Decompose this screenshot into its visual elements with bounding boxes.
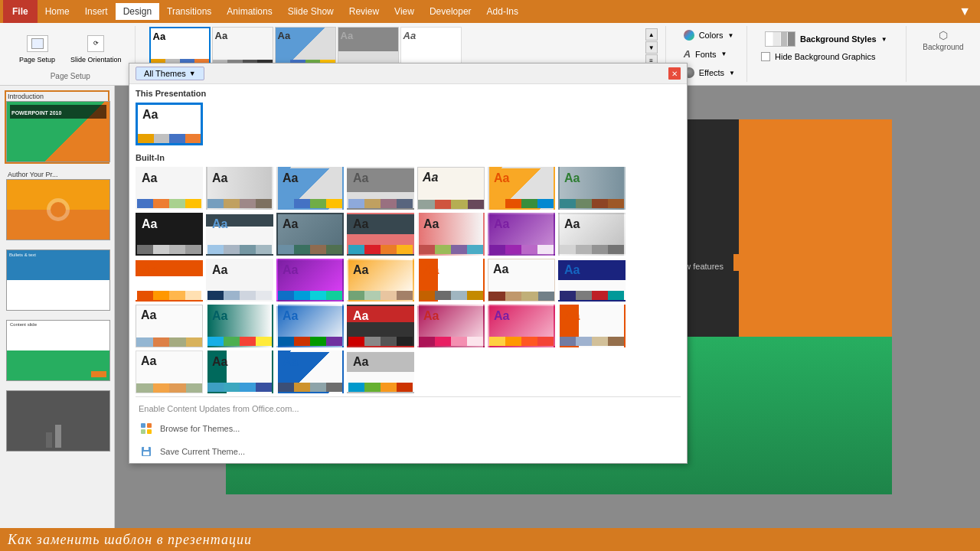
theme-origin[interactable]: Aa <box>558 305 626 347</box>
theme-aspect[interactable]: Aa <box>488 167 555 210</box>
theme-metro[interactable]: Aa <box>206 305 273 347</box>
slide-thumb-1[interactable]: Introduction POWERPOINT 2010 <box>5 90 109 164</box>
theme-concourse[interactable]: Aa <box>347 213 414 256</box>
theme-divider <box>136 396 681 397</box>
theme-apothecary[interactable]: Aa <box>417 167 485 210</box>
background-styles-arrow: ▼ <box>881 36 887 43</box>
menu-developer[interactable]: Developer <box>422 3 479 20</box>
slide-thumb-5[interactable] <box>5 387 109 453</box>
menu-view[interactable]: View <box>387 3 422 20</box>
theme-angles[interactable]: Aa <box>276 167 344 210</box>
svg-rect-0 <box>141 423 145 428</box>
theme-office[interactable]: Aa <box>136 167 203 210</box>
theme-hardcover[interactable]: Aa <box>488 259 555 302</box>
theme-item-current[interactable]: Aa <box>136 103 203 145</box>
theme-solstice[interactable]: Aa <box>276 350 344 393</box>
fonts-label: Fonts <box>695 50 717 59</box>
theme-composite[interactable]: Aa <box>276 213 344 256</box>
theme-horizon[interactable]: Aa <box>558 259 626 302</box>
ribbon-group-background-styles: Background Styles ▼ Hide Background Grap… <box>753 26 906 82</box>
colors-icon <box>684 30 694 41</box>
browse-themes-item[interactable]: Browse for Themes... <box>129 417 687 440</box>
all-themes-arrow: ▼ <box>189 70 196 77</box>
theme-current[interactable]: Aa <box>149 27 211 68</box>
save-theme-label: Save Current Theme... <box>160 447 245 456</box>
themes-scroll-down[interactable]: ▼ <box>645 41 658 54</box>
theme-module[interactable]: Aa <box>276 305 344 347</box>
theme-austin[interactable]: Aa <box>558 167 626 210</box>
save-theme-item[interactable]: Save Current Theme... <box>129 440 687 463</box>
svg-rect-3 <box>147 429 152 434</box>
background-styles-label: Background Styles <box>800 34 877 44</box>
menu-transitions[interactable]: Transitions <box>159 3 219 20</box>
background-expand-icon[interactable]: ⬡ <box>939 29 948 41</box>
slide-orange-badge <box>733 254 750 271</box>
theme-slipstream[interactable]: Aa <box>206 350 273 393</box>
colors-arrow: ▼ <box>727 32 733 39</box>
menu-design[interactable]: Design <box>116 3 159 20</box>
svg-rect-2 <box>141 429 145 434</box>
slide-image-3: Bullets & text <box>6 249 110 311</box>
theme-apex[interactable]: Aa <box>347 167 414 210</box>
theme-clarity[interactable]: Aa <box>206 213 273 256</box>
close-button[interactable]: ✕ <box>668 67 681 80</box>
effects-button[interactable]: Effects ▼ <box>680 65 739 80</box>
page-setup-icon <box>25 31 50 56</box>
this-presentation-label: This Presentation <box>129 84 687 99</box>
theme-newsprint[interactable]: Aa <box>347 305 414 347</box>
theme-adjacency[interactable]: Aa <box>206 167 273 210</box>
effects-label: Effects <box>699 68 724 77</box>
theme-4[interactable]: Aa <box>338 27 399 68</box>
slide-label-1: Introduction <box>6 92 108 101</box>
file-menu[interactable]: File <box>3 0 38 23</box>
theme-opulent[interactable]: Aa <box>417 305 485 347</box>
theme-paper[interactable]: Aa <box>136 350 203 393</box>
theme-median[interactable]: Aa <box>136 305 203 347</box>
all-themes-button[interactable]: All Themes ▼ <box>136 67 204 80</box>
menu-home[interactable]: Home <box>38 3 77 20</box>
theme-foundry[interactable]: Aa <box>347 259 414 302</box>
menu-insert[interactable]: Insert <box>77 3 116 20</box>
theme-grid[interactable]: Aa <box>417 259 485 302</box>
page-setup-button[interactable]: Page Setup <box>14 28 60 68</box>
menu-review[interactable]: Review <box>341 3 387 20</box>
slide-orange-rect <box>739 119 892 344</box>
svg-rect-5 <box>144 447 149 450</box>
theme-equity[interactable]: Aa <box>558 213 626 256</box>
slide-image-5 <box>6 390 110 452</box>
theme-2[interactable]: Aa <box>212 27 273 68</box>
themes-scroll-up[interactable]: ▲ <box>645 28 658 41</box>
slide-orientation-label: Slide Orientation <box>70 56 122 64</box>
effects-arrow: ▼ <box>729 70 735 77</box>
theme-technic[interactable]: Aa <box>347 350 414 393</box>
background-styles-button[interactable]: Background Styles ▼ <box>761 29 898 49</box>
fonts-button[interactable]: A Fonts ▼ <box>680 46 739 62</box>
slide-thumb-3[interactable]: Bullets & text <box>5 246 109 312</box>
menu-animations[interactable]: Animations <box>219 3 279 20</box>
theme-executive[interactable]: Aa <box>206 259 273 302</box>
theme-couture[interactable]: Aa <box>417 213 485 256</box>
slide-thumb-2[interactable]: Author Your Pr... <box>5 168 109 242</box>
theme-oriel[interactable]: Aa <box>488 305 555 347</box>
slide-orientation-button[interactable]: ⟳ Slide Orientation <box>65 28 127 68</box>
hide-background-checkbox[interactable] <box>761 52 770 61</box>
theme-3[interactable]: Aa <box>275 27 336 68</box>
slide-label-2: Author Your Pr... <box>6 170 108 179</box>
theme-blacktie[interactable]: Aa <box>136 213 203 256</box>
theme-5[interactable]: Aa <box>400 27 462 68</box>
hide-background-text: Hide Background Graphics <box>775 52 875 61</box>
minimize-icon[interactable]: ▼ <box>952 5 977 18</box>
svg-rect-6 <box>143 452 149 455</box>
slide-thumb-4[interactable]: Content slide <box>5 317 109 383</box>
menu-slideshow[interactable]: Slide Show <box>280 3 341 20</box>
browse-themes-label: Browse for Themes... <box>160 424 240 433</box>
menu-addins[interactable]: Add-Ins <box>479 3 526 20</box>
colors-button[interactable]: Colors ▼ <box>680 28 739 43</box>
theme-essential[interactable]: Aa <box>136 259 203 302</box>
theme-flow[interactable]: Aa <box>276 259 344 302</box>
save-theme-icon <box>139 444 154 459</box>
theme-elemental[interactable]: Aa <box>488 213 555 256</box>
colors-label: Colors <box>699 31 724 40</box>
enable-updates-item[interactable]: Enable Content Updates from Office.com..… <box>129 400 687 417</box>
theme-scroll-area[interactable]: Aa Aa Aa Aa Aa Aa <box>129 164 687 393</box>
